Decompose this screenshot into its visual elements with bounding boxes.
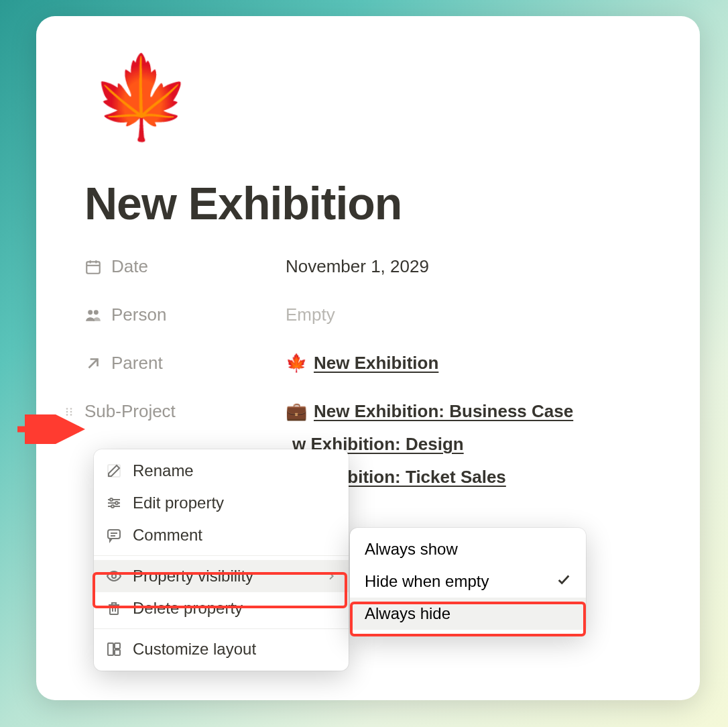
submenu-item-always-hide[interactable]: Always hide xyxy=(350,598,586,630)
rename-icon xyxy=(106,463,122,479)
property-label-parent[interactable]: Parent xyxy=(84,353,286,374)
layout-icon xyxy=(106,641,122,657)
page-emoji-icon[interactable]: 🍁 xyxy=(91,56,652,137)
property-context-menu: Rename Edit property Comment Property vi… xyxy=(94,449,349,671)
menu-item-property-visibility[interactable]: Property visibility xyxy=(94,560,349,592)
property-row-parent: Parent 🍁 New Exhibition xyxy=(84,353,652,381)
svg-point-12 xyxy=(70,414,72,416)
menu-separator xyxy=(94,555,349,556)
relation-link-text: New Exhibition: Business Case xyxy=(314,401,573,422)
property-row-date: Date November 1, 2029 xyxy=(84,256,652,284)
relation-link-text: New Exhibition xyxy=(314,353,438,374)
submenu-item-label: Always show xyxy=(365,540,458,559)
property-label-text: Date xyxy=(111,256,148,277)
svg-rect-27 xyxy=(108,643,113,655)
svg-rect-21 xyxy=(108,530,120,539)
property-label-person[interactable]: Person xyxy=(84,304,286,325)
briefcase-icon: 💼 xyxy=(286,401,307,422)
arrow-out-icon xyxy=(84,355,102,372)
svg-point-18 xyxy=(110,498,113,501)
menu-item-label: Comment xyxy=(133,526,202,545)
svg-point-4 xyxy=(88,310,93,315)
people-icon xyxy=(84,306,102,324)
submenu-item-hide-when-empty[interactable]: Hide when empty xyxy=(350,565,586,598)
svg-point-9 xyxy=(66,410,68,412)
svg-point-7 xyxy=(66,408,68,410)
submenu-item-always-show[interactable]: Always show xyxy=(350,533,586,565)
property-label-text: Sub-Project xyxy=(84,401,176,422)
relation-link[interactable]: 🍁 New Exhibition xyxy=(286,353,438,374)
drag-handle-icon[interactable] xyxy=(63,403,75,421)
svg-point-20 xyxy=(111,505,114,508)
svg-point-10 xyxy=(70,410,72,412)
menu-item-customize-layout[interactable]: Customize layout xyxy=(94,633,349,665)
svg-point-24 xyxy=(112,574,116,578)
svg-rect-28 xyxy=(115,643,120,649)
submenu-item-label: Hide when empty xyxy=(365,572,489,591)
property-label-subproject[interactable]: Sub-Project xyxy=(84,401,286,422)
menu-item-label: Property visibility xyxy=(133,567,253,585)
sliders-icon xyxy=(106,495,122,511)
svg-rect-0 xyxy=(86,262,100,273)
svg-line-6 xyxy=(89,359,98,368)
property-value-person[interactable]: Empty xyxy=(286,304,335,325)
page-title[interactable]: New Exhibition xyxy=(84,177,652,229)
chevron-right-icon xyxy=(326,567,337,585)
svg-point-8 xyxy=(70,408,72,410)
menu-item-label: Delete property xyxy=(133,599,243,618)
menu-item-label: Rename xyxy=(133,461,194,480)
svg-rect-29 xyxy=(115,650,120,655)
property-label-text: Parent xyxy=(111,353,163,374)
menu-separator xyxy=(94,628,349,629)
svg-point-11 xyxy=(66,414,68,416)
menu-item-comment[interactable]: Comment xyxy=(94,519,349,551)
calendar-icon xyxy=(84,258,102,276)
comment-icon xyxy=(106,527,122,543)
relation-link[interactable]: 💼 New Exhibition: Business Case xyxy=(286,401,573,422)
svg-point-19 xyxy=(115,502,118,504)
visibility-submenu: Always show Hide when empty Always hide xyxy=(350,528,586,635)
menu-item-edit-property[interactable]: Edit property xyxy=(94,487,349,519)
menu-item-label: Edit property xyxy=(133,494,224,512)
menu-item-delete-property[interactable]: Delete property xyxy=(94,592,349,624)
trash-icon xyxy=(106,600,122,616)
property-row-person: Person Empty xyxy=(84,304,652,333)
svg-point-5 xyxy=(94,310,99,315)
property-value-parent: 🍁 New Exhibition xyxy=(286,353,438,374)
submenu-item-label: Always hide xyxy=(365,604,450,623)
property-label-text: Person xyxy=(111,304,166,325)
eye-icon xyxy=(106,568,122,584)
menu-item-label: Customize layout xyxy=(133,640,256,659)
check-icon xyxy=(556,572,571,591)
maple-leaf-icon: 🍁 xyxy=(286,353,307,374)
property-label-date[interactable]: Date xyxy=(84,256,286,277)
property-value-date[interactable]: November 1, 2029 xyxy=(286,256,429,277)
menu-item-rename[interactable]: Rename xyxy=(94,455,349,487)
